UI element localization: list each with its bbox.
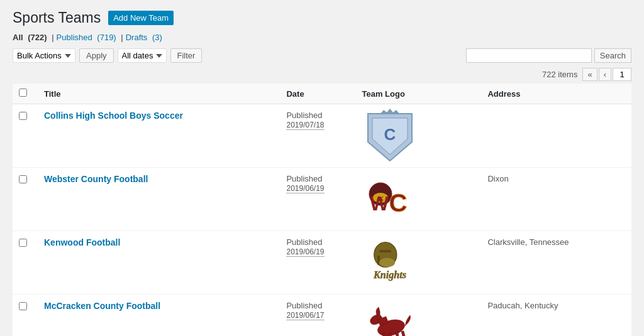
filter-published-link[interactable]: Published (719) xyxy=(57,33,119,42)
date-status: Published xyxy=(286,301,322,310)
date-value: 2019/06/17 xyxy=(286,311,324,320)
first-page-button[interactable]: « xyxy=(582,68,597,81)
svg-text:W: W xyxy=(370,192,389,215)
col-title-header: Title xyxy=(38,84,280,104)
team-address xyxy=(481,104,631,168)
svg-text:C: C xyxy=(389,189,408,217)
collins-logo-svg: C xyxy=(365,107,415,164)
team-address: Paducah, Kentucky xyxy=(481,295,631,337)
filter-all-link[interactable]: All (722) xyxy=(13,33,50,42)
team-name-link[interactable]: Kenwood Football xyxy=(44,237,120,247)
pagination: « ‹ 1 xyxy=(582,68,631,81)
search-button[interactable]: Search xyxy=(594,48,631,63)
team-address: Dixon xyxy=(481,168,631,231)
date-value: 2019/07/18 xyxy=(286,121,324,130)
team-name-link[interactable]: McCracken County Football xyxy=(44,301,160,311)
table-row: Collins High School Boys Soccer Publishe… xyxy=(13,104,631,168)
table-row: McCracken County Football Published 2019… xyxy=(13,295,631,337)
search-input[interactable] xyxy=(466,48,592,63)
svg-rect-20 xyxy=(401,331,406,336)
webster-logo-svg: ⚔ C W xyxy=(362,174,418,224)
tablenav-count: 722 items « ‹ 1 xyxy=(13,68,631,81)
mccracken-logo-svg xyxy=(365,304,415,336)
add-new-team-button[interactable]: Add New Team xyxy=(108,11,174,25)
page-number-input[interactable]: 1 xyxy=(613,68,631,81)
col-logo-header: Team Logo xyxy=(355,84,481,104)
apply-button[interactable]: Apply xyxy=(79,48,114,63)
select-all-checkbox[interactable] xyxy=(19,89,27,97)
page-title: Sports Teams xyxy=(13,9,101,26)
team-name-link[interactable]: Webster County Football xyxy=(44,174,148,184)
date-status: Published xyxy=(286,111,322,120)
sub-navigation: All (722) | Published (719) | Drafts (3) xyxy=(13,33,631,42)
col-date-header: Date xyxy=(280,84,355,104)
bulk-actions-select[interactable]: Bulk Actions xyxy=(13,48,75,63)
filter-button[interactable]: Filter xyxy=(170,48,203,63)
date-status: Published xyxy=(286,174,322,183)
date-value: 2019/06/19 xyxy=(286,184,324,193)
team-logo xyxy=(362,301,418,336)
svg-rect-10 xyxy=(380,250,391,252)
date-filter-select[interactable]: All dates xyxy=(118,48,167,63)
kenwood-logo-svg: Knights xyxy=(362,236,418,290)
row-checkbox[interactable] xyxy=(19,112,27,120)
col-address-header: Address xyxy=(481,84,631,104)
svg-text:Knights: Knights xyxy=(373,269,406,281)
svg-marker-3 xyxy=(380,109,399,114)
row-checkbox[interactable] xyxy=(19,239,27,247)
team-logo: Knights xyxy=(362,237,418,288)
tablenav-top: Bulk Actions Apply All dates Filter Sear… xyxy=(13,48,631,63)
date-status: Published xyxy=(286,237,322,247)
svg-text:C: C xyxy=(384,125,396,144)
team-name-link[interactable]: Collins High School Boys Soccer xyxy=(44,111,183,121)
team-logo: ⚔ C W xyxy=(362,174,418,224)
team-address: Clarksville, Tennessee xyxy=(481,231,631,295)
svg-point-12 xyxy=(379,257,395,266)
col-checkbox xyxy=(13,84,38,104)
row-checkbox[interactable] xyxy=(19,302,27,310)
row-checkbox[interactable] xyxy=(19,175,27,183)
filter-drafts-link[interactable]: Drafts (3) xyxy=(126,33,165,42)
table-row: Webster County Football Published 2019/0… xyxy=(13,168,631,231)
teams-table: Title Date Team Logo Address Collins Hig… xyxy=(13,84,631,336)
table-row: Kenwood Football Published 2019/06/19 xyxy=(13,231,631,295)
date-value: 2019/06/19 xyxy=(286,247,324,257)
items-count: 722 items xyxy=(542,70,577,79)
prev-page-button[interactable]: ‹ xyxy=(599,68,611,81)
team-logo: C xyxy=(362,111,418,161)
